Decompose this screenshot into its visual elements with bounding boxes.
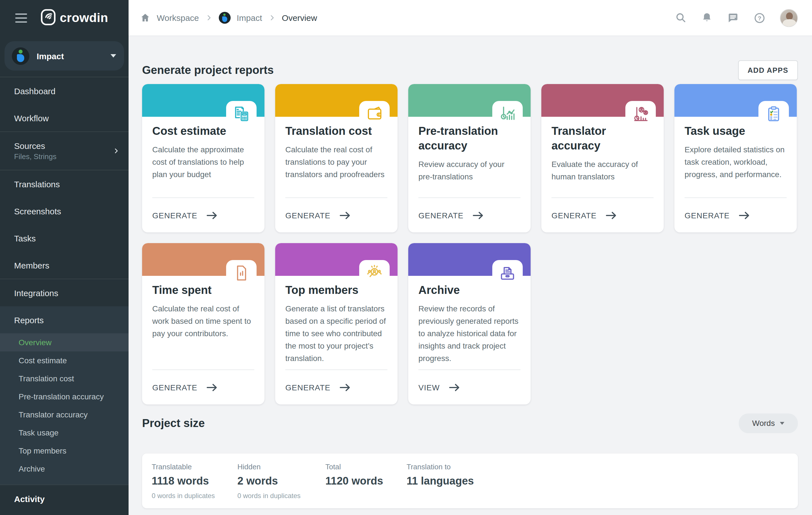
breadcrumb: Workspace Impact Overview <box>140 12 317 24</box>
topbar-actions: ? <box>675 9 798 27</box>
sidebar-subitem-cost-estimate[interactable]: Cost estimate <box>0 351 128 369</box>
card-description: Calculate the real cost of work based on… <box>152 302 254 340</box>
breadcrumb-project-avatar <box>219 12 231 24</box>
sidebar-item-sources[interactable]: Sources Files, Strings <box>0 132 128 170</box>
user-avatar[interactable] <box>780 9 798 27</box>
report-card-task-usage: Task usage Explore detailed statistics o… <box>674 84 797 232</box>
sidebar-item-workflow[interactable]: Workflow <box>0 104 128 132</box>
sidebar-item-tasks[interactable]: Tasks <box>0 225 128 252</box>
sidebar: crowdin Impact Dashboard Workflow Source… <box>0 0 128 515</box>
arrow-right-icon <box>739 211 750 219</box>
card-description: Generate a list of translators based on … <box>285 302 387 364</box>
crowdin-logo[interactable]: crowdin <box>40 9 108 27</box>
sidebar-subitem-top-members[interactable]: Top members <box>0 442 128 460</box>
breadcrumb-workspace[interactable]: Workspace <box>157 13 199 23</box>
report-card-translation-cost: Translation cost Calculate the real cost… <box>275 84 398 232</box>
stat-translatable: Translatable 1118 words 0 words in dupli… <box>152 462 215 500</box>
clipboard-checklist-icon <box>758 101 789 127</box>
document-bars-icon <box>226 260 257 286</box>
svg-text:?: ? <box>758 15 761 21</box>
generate-link[interactable]: GENERATE <box>152 197 254 232</box>
view-link[interactable]: VIEW <box>418 369 520 404</box>
breadcrumb-current-page: Overview <box>282 13 317 23</box>
arrow-right-icon <box>449 383 460 391</box>
card-description: Explore detailed statistics on task crea… <box>685 143 787 180</box>
breadcrumb-project[interactable]: Impact <box>237 13 262 23</box>
stat-translation-to: Translation to 11 languages <box>407 462 474 492</box>
report-cards-row-2: Time spent Calculate the real cost of wo… <box>142 243 798 404</box>
arrow-right-icon <box>340 383 351 391</box>
sidebar-subitem-translator-accuracy[interactable]: Translator accuracy <box>0 406 128 424</box>
sidebar-item-reports[interactable]: Reports <box>0 306 128 333</box>
chart-clock-icon <box>492 101 523 127</box>
card-title: Translator accuracy <box>551 123 644 153</box>
archive-box-icon <box>492 260 523 286</box>
generate-link[interactable]: GENERATE <box>285 197 387 232</box>
generate-link[interactable]: GENERATE <box>418 197 520 232</box>
sidebar-nav: Dashboard Workflow Sources Files, String… <box>0 77 128 512</box>
report-card-cost-estimate: Cost estimate Calculate the approximate … <box>142 84 264 232</box>
arrow-right-icon <box>606 211 617 219</box>
sidebar-item-dashboard[interactable]: Dashboard <box>0 77 128 104</box>
card-description: Calculate the real cost of translations … <box>285 143 387 180</box>
card-description: Review the records of previously generat… <box>418 302 520 364</box>
card-description: Evaluate the accuracy of human translato… <box>551 158 654 183</box>
sidebar-subitem-translation-cost[interactable]: Translation cost <box>0 369 128 388</box>
sidebar-header: crowdin <box>0 0 128 36</box>
sidebar-subitem-pre-translation-accuracy[interactable]: Pre-translation accuracy <box>0 388 128 406</box>
chevron-right-icon <box>205 14 212 22</box>
project-size-title: Project size <box>142 417 205 430</box>
topbar: Workspace Impact Overview ? <box>128 0 812 36</box>
sidebar-item-translations[interactable]: Translations <box>0 170 128 197</box>
arrow-right-icon <box>206 383 218 391</box>
help-icon[interactable]: ? <box>753 11 766 24</box>
generate-link[interactable]: GENERATE <box>285 369 387 404</box>
project-name: Impact <box>37 51 64 61</box>
report-card-pre-translation-accuracy: Pre-translation accuracy Review accuracy… <box>408 84 531 232</box>
sidebar-subitem-overview[interactable]: Overview <box>0 333 128 351</box>
generate-link[interactable]: GENERATE <box>152 369 254 404</box>
arrow-right-icon <box>472 211 484 219</box>
sidebar-subitem-task-usage[interactable]: Task usage <box>0 424 128 442</box>
stat-total: Total 1120 words <box>325 462 383 492</box>
crowdin-logo-text: crowdin <box>60 11 108 25</box>
sidebar-reports-group: Reports Overview Cost estimate Translati… <box>0 306 128 485</box>
arrow-right-icon <box>206 211 218 219</box>
generate-link[interactable]: GENERATE <box>551 197 654 232</box>
report-cards-row-1: Cost estimate Calculate the approximate … <box>142 84 798 232</box>
messages-chat-icon[interactable] <box>727 11 739 24</box>
arrow-right-icon <box>340 211 351 219</box>
sidebar-item-members[interactable]: Members <box>0 252 128 279</box>
search-icon[interactable] <box>675 12 687 24</box>
chevron-down-icon <box>780 422 784 425</box>
sidebar-item-label: Sources <box>14 141 45 151</box>
card-description: Review accuracy of your pre-translations <box>418 158 520 183</box>
page-title: Generate project reports <box>142 63 274 77</box>
people-magnifier-icon <box>359 260 390 286</box>
card-title: Pre-translation accuracy <box>418 123 512 153</box>
sidebar-item-activity[interactable]: Activity <box>0 485 128 512</box>
chevron-right-icon <box>113 146 120 156</box>
report-card-translator-accuracy: Translator accuracy Evaluate the accurac… <box>541 84 664 232</box>
project-switcher[interactable]: Impact <box>4 41 124 70</box>
chevron-right-icon <box>268 14 276 22</box>
chevron-down-icon <box>111 54 116 58</box>
hamburger-menu-icon[interactable] <box>15 13 27 23</box>
generate-link[interactable]: GENERATE <box>685 197 787 232</box>
report-card-top-members: Top members Generate a list of translato… <box>275 243 398 404</box>
notifications-bell-icon[interactable] <box>701 12 713 24</box>
crowdin-logo-icon <box>40 9 56 27</box>
sidebar-item-screenshots[interactable]: Screenshots <box>0 197 128 225</box>
add-apps-button[interactable]: ADD APPS <box>738 60 798 80</box>
report-card-time-spent: Time spent Calculate the real cost of wo… <box>142 243 264 404</box>
people-chart-icon <box>625 101 656 127</box>
units-dropdown[interactable]: Words <box>739 413 798 433</box>
sidebar-item-integrations[interactable]: Integrations <box>0 279 128 306</box>
card-description: Calculate the approximate cost of transl… <box>152 143 254 180</box>
main-content: Generate project reports ADD APPS Cost e… <box>128 36 812 515</box>
sidebar-subitem-archive[interactable]: Archive <box>0 460 128 478</box>
sidebar-item-sublabel: Files, Strings <box>14 152 56 161</box>
report-card-archive: Archive Review the records of previously… <box>408 243 531 404</box>
home-icon[interactable] <box>140 12 150 23</box>
stat-hidden: Hidden 2 words 0 words in duplicates <box>237 462 300 500</box>
